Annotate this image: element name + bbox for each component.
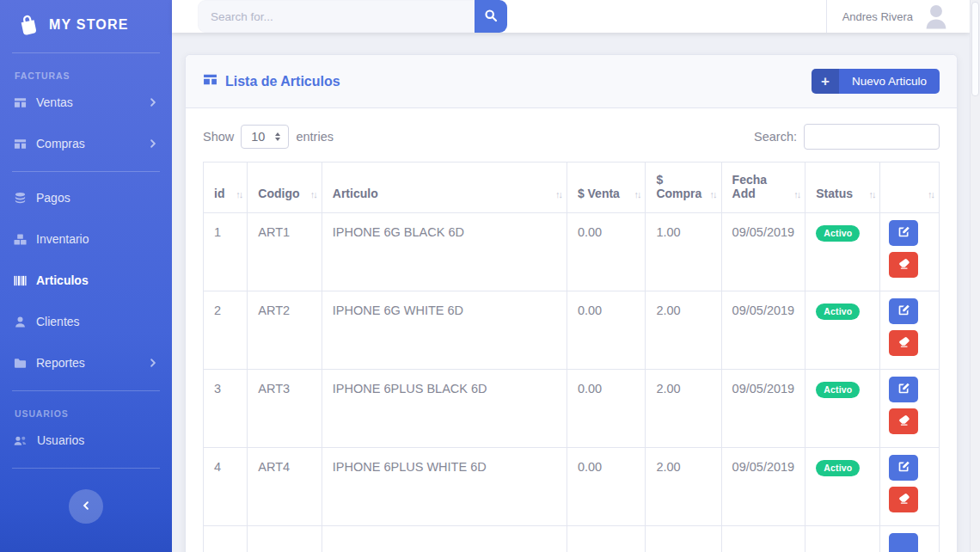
sidebar-item-label: Compras <box>36 137 85 150</box>
search-icon <box>484 9 498 25</box>
sidebar-item-inventario[interactable]: Inventario <box>0 222 172 256</box>
sidebar-item-usuarios[interactable]: Usuarios <box>0 423 172 457</box>
cell-status: Activo <box>805 213 880 291</box>
status-badge: Activo <box>816 225 860 242</box>
edit-icon <box>897 460 910 475</box>
table-icon <box>203 72 217 90</box>
delete-button[interactable] <box>889 252 918 278</box>
cell-fecha-add: 09/05/2019 <box>721 370 805 448</box>
brand[interactable]: MY STORE <box>0 0 172 49</box>
sidebar-item-label: Clientes <box>36 315 80 328</box>
edit-button[interactable] <box>889 298 918 324</box>
chevron-left-icon <box>81 500 91 513</box>
edit-button[interactable] <box>889 455 918 481</box>
sidebar-item-clientes[interactable]: Clientes <box>0 304 172 339</box>
table-row-partial <box>204 526 940 552</box>
sidebar-item-pagos[interactable]: Pagos <box>0 181 172 215</box>
folder-icon <box>14 357 27 370</box>
search-button[interactable] <box>475 0 507 33</box>
divider <box>12 390 160 391</box>
cell-id: 1 <box>204 213 248 291</box>
search-input[interactable] <box>198 0 475 33</box>
datatable-controls: Show 10 entries Search: <box>203 124 940 150</box>
delete-button[interactable] <box>889 487 918 512</box>
new-article-button[interactable]: + Nuevo Articulo <box>812 69 940 94</box>
table-row: 4 ART4 IPHONE 6PLUS WHITE 6D 0.00 2.00 0… <box>204 448 940 526</box>
cell-id: 3 <box>204 370 248 448</box>
cell-compra: 1.00 <box>646 213 721 291</box>
card-title: Lista de Articulos <box>203 72 340 90</box>
sidebar-item-ventas[interactable]: Ventas <box>0 85 172 120</box>
column-header-id[interactable]: id↑↓ <box>204 163 248 213</box>
cubes-icon <box>14 233 27 246</box>
column-header-venta[interactable]: $ Venta↑↓ <box>567 163 646 213</box>
user-name: Andres Rivera <box>842 10 913 23</box>
sidebar-item-label: Reportes <box>36 356 85 370</box>
section-heading-facturas: FACTURAS <box>0 62 172 85</box>
column-header-compra[interactable]: $ Compra↑↓ <box>646 163 721 213</box>
user-avatar-icon[interactable] <box>922 1 951 32</box>
page-length-select[interactable]: 10 <box>241 125 289 149</box>
edit-button[interactable] <box>889 220 918 246</box>
column-header-status[interactable]: Status↑↓ <box>805 163 880 213</box>
table-row: 2 ART2 IPHONE 6G WHITE 6D 0.00 2.00 09/0… <box>204 291 940 370</box>
sort-icon: ↑↓ <box>236 189 242 199</box>
eraser-icon <box>897 414 910 429</box>
chevron-right-icon <box>148 97 158 107</box>
eraser-icon <box>897 492 910 507</box>
main-area: Andres Rivera Lista de Articulos + Nuevo… <box>172 0 970 552</box>
cell-codigo: ART2 <box>248 291 322 370</box>
cell-fecha-add: 09/05/2019 <box>721 291 805 370</box>
edit-button[interactable] <box>889 533 918 552</box>
barcode-icon <box>14 274 27 287</box>
eraser-icon <box>897 335 910 351</box>
edit-button[interactable] <box>889 377 918 402</box>
table-icon <box>14 96 27 109</box>
delete-button[interactable] <box>889 330 918 356</box>
cell-id: 4 <box>204 448 248 526</box>
edit-icon <box>897 382 910 397</box>
sidebar-item-label: Ventas <box>36 95 73 109</box>
delete-button[interactable] <box>889 408 918 434</box>
sidebar-item-compras[interactable]: Compras <box>0 126 172 161</box>
articles-card: Lista de Articulos + Nuevo Articulo Show… <box>185 54 958 552</box>
sort-icon: ↑↓ <box>555 189 561 199</box>
table-search-label: Search: <box>754 130 797 144</box>
sort-icon: ↑↓ <box>634 189 640 199</box>
cell-fecha-add: 09/05/2019 <box>721 448 805 526</box>
column-header-codigo[interactable]: Codigo↑↓ <box>248 163 322 213</box>
sidebar-item-label: Articulos <box>36 273 89 287</box>
column-header-fecha-add[interactable]: Fecha Add↑↓ <box>721 163 805 213</box>
column-header-actions[interactable]: ↑↓ <box>880 163 940 213</box>
cell-articulo: IPHONE 6G WHITE 6D <box>322 291 567 370</box>
sidebar-item-articulos[interactable]: Articulos <box>0 263 172 297</box>
page-content: Lista de Articulos + Nuevo Articulo Show… <box>172 33 970 552</box>
users-icon <box>14 434 28 447</box>
cell-status: Activo <box>805 291 880 370</box>
sidebar-item-reportes[interactable]: Reportes <box>0 346 172 380</box>
cell-actions <box>880 370 940 448</box>
sidebar-collapse-button[interactable] <box>69 489 103 524</box>
topbar-search <box>198 0 507 33</box>
cell-articulo: IPHONE 6PLUS BLACK 6D <box>322 370 567 448</box>
shopping-bag-icon <box>15 11 42 38</box>
table-search-input[interactable] <box>804 124 940 150</box>
cell-compra: 2.00 <box>646 291 721 370</box>
card-header: Lista de Articulos + Nuevo Articulo <box>186 55 957 108</box>
cell-compra: 2.00 <box>646 370 721 448</box>
cell-status: Activo <box>805 448 880 526</box>
entries-label: entries <box>296 130 334 144</box>
sort-icon: ↑↓ <box>310 189 316 199</box>
vertical-scrollbar[interactable] <box>970 0 980 552</box>
sort-icon: ↑↓ <box>710 189 716 199</box>
scrollbar-thumb[interactable] <box>971 2 979 96</box>
cell-id: 2 <box>204 291 248 370</box>
sort-icon: ↑↓ <box>868 189 874 199</box>
column-header-articulo[interactable]: Articulo↑↓ <box>322 163 567 213</box>
cell-actions <box>880 291 940 370</box>
status-badge: Activo <box>816 304 860 320</box>
cell-actions <box>880 526 940 552</box>
chevron-right-icon <box>148 358 158 368</box>
topbar: Andres Rivera <box>172 0 970 33</box>
cell-venta: 0.00 <box>567 291 646 370</box>
